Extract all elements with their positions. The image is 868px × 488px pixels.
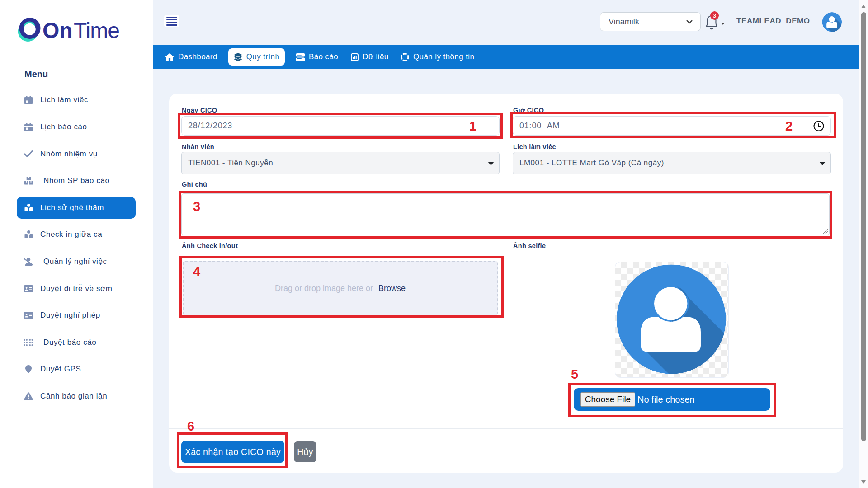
svg-text:3: 3: [713, 12, 716, 19]
